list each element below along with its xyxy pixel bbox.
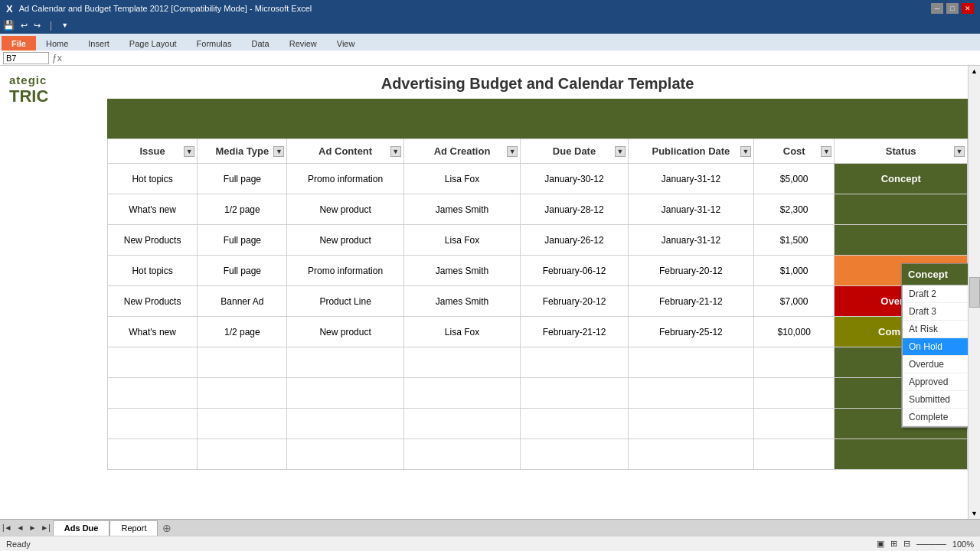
sheet-tab-report[interactable]: Report: [109, 520, 158, 536]
table-cell[interactable]: Lisa Fox: [403, 317, 520, 347]
table-cell[interactable]: [753, 378, 835, 409]
name-box[interactable]: [3, 52, 49, 64]
media-filter-arrow[interactable]: ▼: [273, 146, 284, 157]
new-sheet-btn[interactable]: ⊕: [158, 522, 176, 534]
table-cell[interactable]: [753, 347, 835, 378]
table-cell[interactable]: $2,300: [753, 194, 835, 225]
view-layout-icon[interactable]: ⊞: [890, 539, 897, 549]
tab-review[interactable]: Review: [279, 36, 327, 51]
dropdown-option[interactable]: Draft 2: [903, 285, 968, 303]
scroll-down-arrow[interactable]: ▼: [971, 510, 978, 517]
table-cell[interactable]: [521, 439, 629, 470]
table-cell[interactable]: New product: [287, 194, 403, 225]
table-cell[interactable]: James Smith: [403, 194, 520, 225]
dropdown-option[interactable]: At Risk: [903, 321, 968, 338]
tab-file[interactable]: File: [2, 36, 36, 51]
table-cell[interactable]: Lisa Fox: [403, 164, 520, 194]
table-cell[interactable]: Hot topics: [108, 256, 198, 286]
table-cell[interactable]: [287, 439, 403, 470]
dropdown-option[interactable]: Submitted: [903, 391, 968, 409]
table-cell[interactable]: [198, 347, 287, 378]
status-cell[interactable]: Concept: [835, 164, 968, 194]
table-cell[interactable]: New Products: [108, 286, 198, 317]
table-cell[interactable]: [628, 439, 753, 470]
scroll-thumb[interactable]: [969, 277, 980, 308]
customize-qa-icon[interactable]: ▼: [61, 21, 68, 29]
table-cell[interactable]: Promo information: [287, 164, 403, 194]
table-cell[interactable]: [108, 347, 198, 378]
table-cell[interactable]: Banner Ad: [198, 286, 287, 317]
close-button[interactable]: ✕: [962, 3, 974, 14]
table-cell[interactable]: [521, 347, 629, 378]
status-cell[interactable]: [835, 194, 968, 225]
table-cell[interactable]: February-20-12: [628, 256, 753, 286]
adcreation-filter-arrow[interactable]: ▼: [507, 146, 518, 157]
view-normal-icon[interactable]: ▣: [877, 539, 884, 549]
dropdown-option[interactable]: Draft 3: [903, 303, 968, 321]
formula-input[interactable]: [65, 54, 977, 63]
status-cell[interactable]: [835, 225, 968, 256]
tab-nav-first[interactable]: |◄: [0, 523, 15, 532]
table-cell[interactable]: [287, 347, 403, 378]
table-cell[interactable]: [403, 347, 520, 378]
table-cell[interactable]: [403, 409, 520, 439]
table-cell[interactable]: 1/2 page: [198, 317, 287, 347]
pubdate-filter-arrow[interactable]: ▼: [740, 146, 751, 157]
table-cell[interactable]: [198, 409, 287, 439]
table-cell[interactable]: January-30-12: [521, 164, 629, 194]
table-cell[interactable]: [521, 409, 629, 439]
dropdown-option[interactable]: On Hold: [903, 338, 968, 356]
tab-nav-next[interactable]: ►: [26, 523, 38, 532]
table-cell[interactable]: February-21-12: [628, 286, 753, 317]
adcontent-filter-arrow[interactable]: ▼: [390, 146, 401, 157]
vertical-scrollbar[interactable]: ▲ ▼: [968, 66, 980, 519]
tab-view[interactable]: View: [327, 36, 365, 51]
table-cell[interactable]: $10,000: [753, 317, 835, 347]
tab-nav-last[interactable]: ►|: [38, 523, 53, 532]
table-cell[interactable]: Full page: [198, 164, 287, 194]
dropdown-option[interactable]: Approved: [903, 373, 968, 391]
table-cell[interactable]: $1,500: [753, 225, 835, 256]
maximize-button[interactable]: □: [946, 3, 959, 14]
table-cell[interactable]: [108, 409, 198, 439]
table-cell[interactable]: January-31-12: [628, 225, 753, 256]
table-cell[interactable]: [198, 439, 287, 470]
table-cell[interactable]: [753, 409, 835, 439]
table-cell[interactable]: New Products: [108, 225, 198, 256]
table-cell[interactable]: [521, 378, 629, 409]
table-cell[interactable]: 1/2 page: [198, 194, 287, 225]
table-cell[interactable]: New product: [287, 225, 403, 256]
table-cell[interactable]: James Smith: [403, 286, 520, 317]
dropdown-option[interactable]: Complete: [903, 409, 968, 426]
table-cell[interactable]: Product Line: [287, 286, 403, 317]
table-cell[interactable]: February-06-12: [521, 256, 629, 286]
scroll-up-arrow[interactable]: ▲: [971, 67, 978, 75]
quick-undo-icon[interactable]: ↩: [21, 21, 28, 31]
table-cell[interactable]: $7,000: [753, 286, 835, 317]
table-cell[interactable]: $5,000: [753, 164, 835, 194]
status-cell[interactable]: [835, 439, 968, 470]
minimize-button[interactable]: ─: [931, 3, 943, 14]
table-cell[interactable]: Full page: [198, 256, 287, 286]
table-cell[interactable]: Lisa Fox: [403, 225, 520, 256]
table-cell[interactable]: Promo information: [287, 256, 403, 286]
table-cell[interactable]: [628, 378, 753, 409]
table-cell[interactable]: James Smith: [403, 256, 520, 286]
tab-home[interactable]: Home: [36, 36, 78, 51]
table-cell[interactable]: [287, 378, 403, 409]
table-cell[interactable]: January-28-12: [521, 194, 629, 225]
table-cell[interactable]: $1,000: [753, 256, 835, 286]
table-cell[interactable]: New product: [287, 317, 403, 347]
tab-insert[interactable]: Insert: [78, 36, 119, 51]
table-cell[interactable]: February-20-12: [521, 286, 629, 317]
table-cell[interactable]: [108, 378, 198, 409]
table-cell[interactable]: [287, 409, 403, 439]
table-cell[interactable]: January-31-12: [628, 164, 753, 194]
tab-page-layout[interactable]: Page Layout: [119, 36, 187, 51]
sheet-tab-ads-due[interactable]: Ads Due: [53, 520, 110, 536]
dropdown-header[interactable]: Concept ▼: [902, 264, 968, 285]
tab-nav-prev[interactable]: ◄: [15, 523, 27, 532]
table-cell[interactable]: [628, 409, 753, 439]
table-cell[interactable]: What's new: [108, 317, 198, 347]
table-cell[interactable]: [403, 439, 520, 470]
